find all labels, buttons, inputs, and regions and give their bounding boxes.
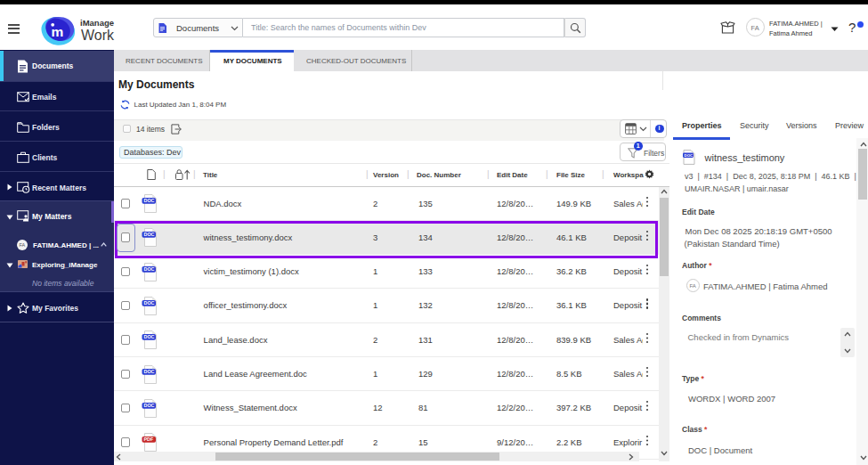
svg-text:DOC: DOC: [144, 232, 155, 238]
svg-text:m: m: [52, 24, 64, 39]
svg-text:DOC: DOC: [144, 198, 155, 203]
svg-text:PDF: PDF: [144, 436, 154, 442]
svg-text:DOC: DOC: [144, 266, 155, 272]
svg-text:DOC: DOC: [144, 369, 155, 374]
svg-text:DOC: DOC: [144, 403, 155, 408]
svg-text:DOC: DOC: [144, 334, 155, 339]
svg-text:DOC: DOC: [685, 152, 694, 157]
svg-text:DOC: DOC: [144, 300, 155, 306]
